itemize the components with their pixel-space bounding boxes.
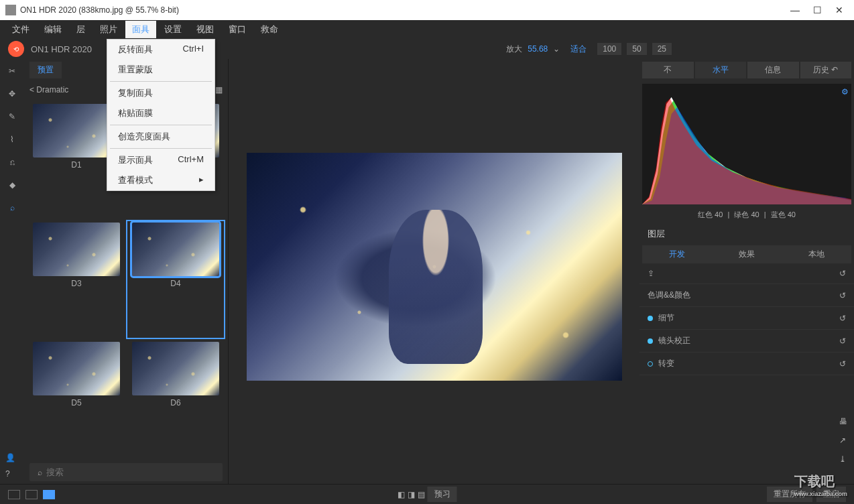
submenu-arrow-icon: ▸ [199, 174, 204, 186]
histogram-blue: 蓝色 40 [771, 210, 796, 218]
histogram-svg [642, 84, 851, 204]
tab-none[interactable]: 不 [642, 62, 694, 78]
settings-icon[interactable]: ⚙ [841, 87, 849, 97]
panel-transform[interactable]: 转变 ↺ [639, 353, 854, 375]
develop-tabs: 开发 效果 本地 [642, 245, 851, 263]
clip-warning-icon[interactable]: ◧ [398, 490, 405, 499]
close-button[interactable]: ✕ [835, 5, 843, 15]
tab-local[interactable]: 本地 [782, 245, 851, 263]
panel-lens-correction[interactable]: 镜头校正 ↺ [639, 330, 854, 353]
tab-level[interactable]: 水平 [695, 62, 747, 78]
grid-view-icon[interactable]: ▦ [215, 85, 223, 94]
preset-d6[interactable]: D6 [129, 342, 223, 455]
dropdown-luminosity-mask[interactable]: 创造亮度面具 [107, 127, 215, 147]
right-panel: 不 水平 信息 历史 ↶ 红色 40 | 绿色 40 | 蓝色 40 图层 开发… [639, 59, 854, 484]
compare-view-icon[interactable] [43, 490, 55, 499]
dropdown-show-mask[interactable]: 显示面具Ctrl+M [107, 150, 215, 170]
bottom-right-controls: 重置所有 重启 [767, 487, 846, 502]
heal-tool-icon[interactable]: ⌇ [5, 133, 19, 146]
menu-view[interactable]: 视图 [190, 21, 221, 38]
reset-icon[interactable]: ↺ [839, 269, 846, 278]
window-title: ON1 HDR 2020 (838kmo.jpg @ 55.7% 8-bit) [20, 5, 790, 15]
left-bottom-icons: 👤 ? [5, 453, 15, 479]
window-controls: — ☐ ✕ [790, 5, 849, 15]
zoom-controls: 放大 55.68 ⌄ 适合 100 50 25 [506, 42, 672, 56]
minimize-button[interactable]: — [790, 5, 800, 15]
right-top-tabs: 不 水平 信息 历史 ↶ [639, 59, 854, 81]
share-icon[interactable]: ↗ [839, 436, 847, 445]
status-dot-icon [648, 316, 653, 321]
panel-tone-color[interactable]: 色调&&颜色 ↺ [639, 284, 854, 307]
preset-d3[interactable]: D3 [29, 223, 123, 336]
reset-icon[interactable]: ↺ [839, 291, 846, 300]
canvas-area[interactable] [229, 59, 639, 484]
effect-tool-icon[interactable]: ◆ [5, 178, 19, 192]
brush-tool-icon[interactable]: ✎ [5, 110, 19, 123]
reset-icon[interactable]: ↺ [839, 314, 846, 323]
menu-window[interactable]: 窗口 [222, 21, 253, 38]
dropdown-copy-mask[interactable]: 复制面具 [107, 83, 215, 103]
preset-tab[interactable]: 预置 [29, 62, 62, 78]
menu-settings[interactable]: 设置 [158, 21, 188, 38]
panel-label: 色调&&颜色 [648, 290, 690, 301]
export-icon: ⇪ [648, 269, 654, 278]
reset-icon[interactable]: ↺ [839, 359, 846, 369]
menu-photo[interactable]: 照片 [93, 21, 124, 38]
export-icon[interactable]: ⤓ [839, 454, 847, 464]
dropdown-paste-mask[interactable]: 粘贴面膜 [107, 103, 215, 123]
dropdown-view-mode[interactable]: 查看模式▸ [107, 170, 215, 190]
print-icon[interactable]: 🖶 [839, 417, 847, 426]
menu-help[interactable]: 救命 [254, 21, 285, 38]
single-view-icon[interactable] [8, 490, 20, 499]
zoom-label: 放大 [506, 44, 522, 55]
layers-header: 图层 [639, 223, 854, 245]
user-icon[interactable]: 👤 [5, 453, 15, 462]
right-edge-icons: ⚙ [841, 87, 849, 97]
panel-export-row[interactable]: ⇪ ↺ [639, 263, 854, 284]
status-dot-icon [648, 361, 653, 367]
help-icon[interactable]: ? [5, 469, 15, 479]
app-name: ON1 HDR 2020 [31, 44, 92, 54]
mask-icon[interactable]: ▤ [418, 490, 425, 499]
maximize-button[interactable]: ☐ [813, 5, 822, 15]
tab-history[interactable]: 历史 ↶ [800, 62, 852, 78]
search-input[interactable] [46, 467, 215, 477]
move-tool-icon[interactable]: ✥ [5, 87, 19, 101]
reset-all-button[interactable]: 重置所有 [767, 487, 812, 502]
crop-tool-icon[interactable]: ✂ [5, 64, 19, 78]
search-icon: ⌕ [38, 468, 42, 477]
view-mode-buttons [8, 490, 55, 499]
zoom-50-button[interactable]: 50 [627, 43, 646, 55]
preset-d4[interactable]: D4 [129, 223, 223, 336]
menu-mask[interactable]: 面具 [125, 21, 156, 38]
tab-develop[interactable]: 开发 [642, 245, 712, 263]
dropdown-separator [110, 148, 212, 149]
zoom-value[interactable]: 55.68 [528, 44, 548, 54]
menu-layer[interactable]: 层 [70, 21, 92, 38]
tab-effects[interactable]: 效果 [712, 245, 782, 263]
split-view-icon[interactable] [25, 490, 38, 499]
reset-button[interactable]: 重启 [816, 487, 846, 502]
fit-button[interactable]: 适合 [565, 42, 592, 56]
menu-file[interactable]: 文件 [5, 21, 36, 38]
clone-tool-icon[interactable]: ⎌ [5, 155, 19, 169]
zoom-25-button[interactable]: 25 [652, 43, 672, 55]
preset-search[interactable]: ⌕ [29, 463, 223, 481]
preset-d5[interactable]: D5 [29, 342, 123, 455]
preset-back-button[interactable]: < Dramatic [29, 85, 68, 94]
soft-proof-icon[interactable]: ◨ [408, 490, 415, 499]
preview-button[interactable]: 预习 [428, 487, 457, 502]
zoom-tool-icon[interactable]: ⌕ [5, 201, 19, 214]
zoom-dropdown-icon[interactable]: ⌄ [553, 44, 560, 54]
panel-details[interactable]: 细节 ↺ [639, 307, 854, 330]
right-bottom-icons: 🖶 ↗ ⤓ [839, 417, 847, 464]
dropdown-reset-mask[interactable]: 重置蒙版 [107, 60, 215, 80]
reset-icon[interactable]: ↺ [839, 336, 846, 346]
bottom-center-controls: ◧ ◨ ▤ 预习 [398, 487, 457, 502]
zoom-100-button[interactable]: 100 [597, 43, 621, 55]
menu-edit[interactable]: 编辑 [38, 21, 68, 38]
window-titlebar: ON1 HDR 2020 (838kmo.jpg @ 55.7% 8-bit) … [0, 0, 854, 20]
panel-label: 转变 [658, 358, 674, 369]
tab-info[interactable]: 信息 [747, 62, 799, 78]
dropdown-invert-mask[interactable]: 反转面具Ctrl+I [107, 40, 215, 60]
